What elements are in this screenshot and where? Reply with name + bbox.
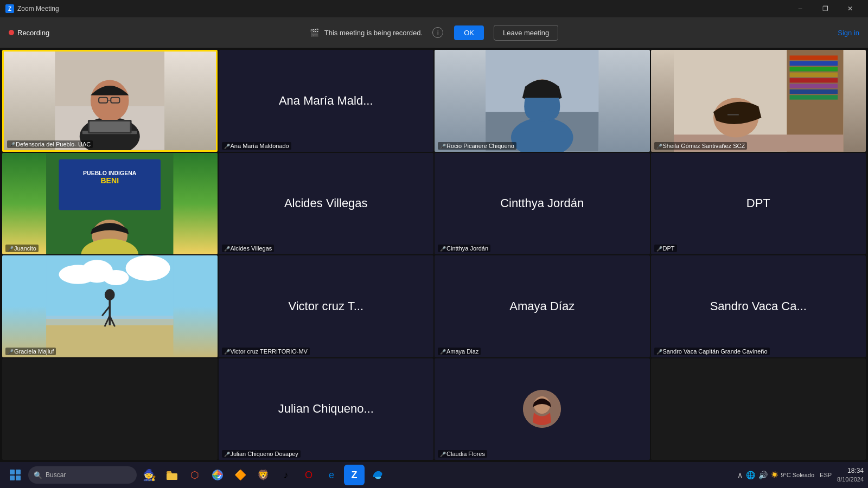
participant-tile-alcides[interactable]: Alcides Villegas 🎤 Alcides Villegas xyxy=(219,153,434,255)
window-controls[interactable]: – ❐ ✕ xyxy=(788,0,863,17)
minimize-button[interactable]: – xyxy=(788,0,813,17)
participant-tile-cintthya[interactable]: Cintthya Jordán 🎤 Cintthya Jordán xyxy=(435,153,650,255)
participant-tile-graciela[interactable]: 🎤 Graciela Majluf xyxy=(2,255,218,357)
taskbar-search[interactable]: 🔍 Buscar xyxy=(28,466,137,484)
participant-name-sandro: Sandro Vaca Capitán Grande Cavineño xyxy=(663,348,768,355)
participant-name-victor: Victor cruz TERRITORIO-MV xyxy=(231,348,308,355)
participant-tile-victor[interactable]: Victor cruz T... 🎤 Victor cruz TERRITORI… xyxy=(219,255,434,357)
search-placeholder: Buscar xyxy=(46,471,66,479)
name-overlay-sandro: 🎤 Sandro Vaca Capitán Grande Cavineño xyxy=(654,348,770,355)
video-feed-juancito: PUEBLO INDIGENA BENI xyxy=(2,153,218,255)
start-button[interactable] xyxy=(4,464,26,486)
name-overlay-juancito: 🎤 Juancito xyxy=(5,245,39,252)
svg-rect-20 xyxy=(789,78,838,82)
video-feed-defensoria xyxy=(4,52,216,150)
brave-button[interactable]: 🦁 xyxy=(253,465,273,485)
weather-widget[interactable]: ☀️ 9°C Soleado xyxy=(771,471,814,478)
restore-button[interactable]: ❐ xyxy=(813,0,838,17)
participant-tile-ana[interactable]: Ana María Mald... 🎤 Ana María Maldonado xyxy=(219,50,434,152)
tiktok-button[interactable]: ♪ xyxy=(276,465,296,485)
title-bar: Z Zoom Meeting – ❐ ✕ xyxy=(0,0,868,17)
info-button[interactable]: i xyxy=(432,27,443,38)
name-overlay-rocio: 🎤 Rocio Picanere Chiqueno xyxy=(438,142,516,150)
notification-message: This meeting is being recorded. xyxy=(324,29,423,37)
name-overlay-amaya: 🎤 Amaya Diaz xyxy=(438,348,481,355)
participant-tile-julian[interactable]: Julian Chiqueno... 🎤 Julian Chiqueno Dos… xyxy=(219,358,434,460)
zoom-taskbar-button[interactable]: Z xyxy=(344,465,365,485)
browser1-button[interactable]: ⬡ xyxy=(184,465,205,485)
tray-arrow-icon[interactable]: ∧ xyxy=(737,471,743,479)
notification-center: 🎬 This meeting is being recorded. i OK L… xyxy=(9,25,859,41)
participant-name-amaya: Amaya Diaz xyxy=(446,348,478,355)
participant-tile-rocio[interactable]: 🎤 Rocio Picanere Chiqueno xyxy=(435,50,650,152)
mic-icon-rocio: 🎤 xyxy=(440,144,444,148)
participant-tile-defensoria[interactable]: 🎤 Defensoria del Pueblo- UAC xyxy=(2,50,218,152)
mic-icon-cintthya: 🎤 xyxy=(440,246,444,251)
participant-tile-juancito[interactable]: PUEBLO INDIGENA BENI 🎤 Juancito xyxy=(2,153,218,255)
participant-tile-sandro[interactable]: Sandro Vaca Ca... 🎤 Sandro Vaca Capitán … xyxy=(651,255,866,357)
display-name-dpt: DPT xyxy=(741,191,776,216)
participant-name-ana: Ana María Maldonado xyxy=(231,143,289,149)
name-overlay-graciela: 🎤 Graciela Majluf xyxy=(5,348,56,355)
weather-text: 9°C Soleado xyxy=(781,472,814,478)
mic-icon-claudia: 🎤 xyxy=(440,452,444,456)
network-icon[interactable]: 🌐 xyxy=(746,471,755,479)
search-icon: 🔍 xyxy=(34,471,42,479)
participant-tile-amaya[interactable]: Amaya Díaz 🎤 Amaya Diaz xyxy=(435,255,650,357)
participant-tile-claudia[interactable]: 🎤 Claudia Flores xyxy=(435,358,650,460)
svg-rect-23 xyxy=(789,95,838,99)
participant-name-rocio: Rocio Picanere Chiqueno xyxy=(446,143,514,149)
mic-icon-dpt: 🎤 xyxy=(656,246,661,251)
time-display: 18:34 xyxy=(837,467,864,476)
clock[interactable]: 18:34 8/10/2024 xyxy=(837,467,864,483)
close-button[interactable]: ✕ xyxy=(838,0,863,17)
svg-rect-21 xyxy=(789,84,838,88)
sign-in-button[interactable]: Sign in xyxy=(838,29,859,37)
svg-text:PUEBLO INDIGENA: PUEBLO INDIGENA xyxy=(83,170,137,176)
mic-icon-ana: 🎤 xyxy=(224,144,228,148)
temperature-icon: ☀️ xyxy=(771,471,778,478)
participant-tile-empty-r4c4 xyxy=(651,358,866,460)
svg-rect-47 xyxy=(167,473,177,480)
file-explorer-button[interactable] xyxy=(162,465,182,485)
participant-name-claudia: Claudia Flores xyxy=(446,451,485,457)
video-feed-rocio xyxy=(435,50,650,152)
opera-button[interactable]: O xyxy=(298,465,319,485)
name-overlay-dpt: 🎤 DPT xyxy=(654,245,677,252)
name-overlay-julian: 🎤 Julian Chiqueno Dosapey xyxy=(222,450,301,458)
participant-name-graciela: Graciela Majluf xyxy=(14,348,54,355)
video-feed-sheila xyxy=(651,50,866,152)
system-tray: ∧ 🌐 🔊 ☀️ 9°C Soleado ESP 18:34 8/10/2024 xyxy=(737,467,864,483)
participant-name-dpt: DPT xyxy=(663,245,675,252)
recording-label: Recording xyxy=(17,29,49,37)
name-overlay-cintthya: 🎤 Cintthya Jordán xyxy=(438,245,490,252)
record-icon: 🎬 xyxy=(310,28,319,37)
edge-button[interactable]: e xyxy=(321,465,342,485)
chrome-button[interactable] xyxy=(207,465,228,485)
language-indicator[interactable]: ESP xyxy=(818,472,834,478)
ok-button[interactable]: OK xyxy=(454,25,484,40)
mic-icon-sheila: 🎤 xyxy=(656,144,661,148)
volume-icon[interactable]: 🔊 xyxy=(758,471,768,479)
edge2-button[interactable] xyxy=(367,465,387,485)
window-title: Zoom Meeting xyxy=(17,5,788,12)
cortana-button[interactable]: 🧙 xyxy=(139,465,159,485)
participant-tile-sheila[interactable]: 🎤 Sheila Gómez Santivañez SCZ xyxy=(651,50,866,152)
participant-tile-dpt[interactable]: DPT 🎤 DPT xyxy=(651,153,866,255)
recording-indicator: Recording xyxy=(9,29,49,37)
svg-point-41 xyxy=(105,289,115,300)
name-overlay-alcides: 🎤 Alcides Villegas xyxy=(222,245,275,252)
taskbar: 🔍 Buscar 🧙 ⬡ 🔶 🦁 ♪ O e Z ∧ � xyxy=(0,462,868,488)
participant-name-defensoria: Defensoria del Pueblo- UAC xyxy=(16,141,91,147)
mic-icon-julian: 🎤 xyxy=(224,452,228,456)
svg-rect-22 xyxy=(789,89,838,94)
vlc-button[interactable]: 🔶 xyxy=(230,465,251,485)
leave-meeting-button[interactable]: Leave meeting xyxy=(494,25,558,41)
mic-icon-victor: 🎤 xyxy=(224,349,228,354)
svg-point-37 xyxy=(126,255,170,281)
svg-text:BENI: BENI xyxy=(100,176,119,185)
display-name-amaya: Amaya Díaz xyxy=(504,294,580,319)
participant-tile-empty-r4c1 xyxy=(2,358,218,460)
svg-rect-17 xyxy=(789,61,838,66)
date-display: 8/10/2024 xyxy=(837,476,864,483)
